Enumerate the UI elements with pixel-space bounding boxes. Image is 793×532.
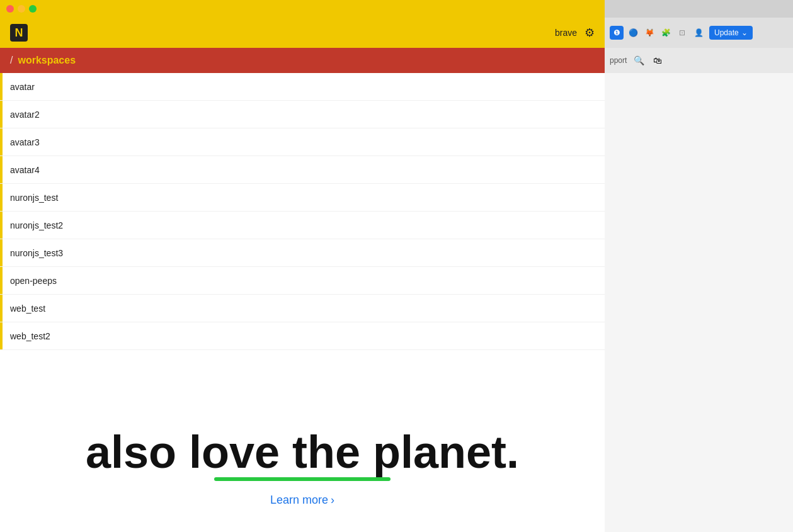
titlebar	[0, 0, 605, 18]
dropdown-icon: ⌄	[741, 28, 748, 37]
workspace-dropdown: avataravatar2avatar3avatar4nuronjs_testn…	[0, 73, 605, 350]
maximize-button[interactable]	[29, 5, 37, 13]
workspace-item-avatar2[interactable]: avatar2	[0, 101, 605, 128]
workspace-item-nuronjs_test2[interactable]: nuronjs_test2	[0, 212, 605, 239]
username-label: brave	[555, 28, 577, 38]
traffic-lights	[6, 5, 37, 13]
workspace-item-web_test2[interactable]: web_test2	[0, 322, 605, 350]
close-button[interactable]	[6, 5, 14, 13]
workspace-item-web_test[interactable]: web_test	[0, 295, 605, 322]
browser-support-text: pport	[610, 56, 627, 65]
browser-content-area	[605, 73, 793, 532]
workspace-item-avatar[interactable]: avatar	[0, 73, 605, 101]
workspace-item-open-peeps[interactable]: open-peeps	[0, 267, 605, 295]
learn-more-chevron: ›	[331, 494, 334, 507]
hero-big-text: also love the planet.	[86, 429, 519, 475]
app-logo: N	[10, 24, 28, 42]
browser-second-row: pport 🔍 🛍	[605, 48, 793, 73]
ext-icon-6[interactable]: 👤	[692, 26, 705, 40]
workspace-list: avataravatar2avatar3avatar4nuronjs_testn…	[0, 73, 605, 350]
hero-text-area: also love the planet. Learn more ›	[0, 368, 605, 532]
app-header: N brave ⚙	[0, 18, 605, 48]
browser-chrome: ❶ 🔵 🦊 🧩 ⊡ 👤 Update ⌄ pport 🔍 🛍	[605, 0, 793, 532]
header-right: brave ⚙	[555, 26, 595, 40]
ext-icon-2[interactable]: 🔵	[626, 26, 640, 40]
breadcrumb-workspaces[interactable]: workspaces	[18, 55, 76, 66]
learn-more-label: Learn more	[270, 494, 328, 507]
logo-letter: N	[15, 26, 23, 40]
workspace-item-nuronjs_test[interactable]: nuronjs_test	[0, 184, 605, 212]
workspace-item-nuronjs_test3[interactable]: nuronjs_test3	[0, 239, 605, 267]
learn-more-link[interactable]: Learn more ›	[270, 494, 334, 507]
update-button[interactable]: Update ⌄	[709, 26, 753, 40]
breadcrumb-slash: /	[10, 55, 13, 66]
browser-titlebar	[605, 0, 793, 18]
workspace-item-avatar3[interactable]: avatar3	[0, 128, 605, 156]
workspace-item-avatar4[interactable]: avatar4	[0, 156, 605, 184]
search-icon[interactable]: 🔍	[632, 54, 646, 67]
ext-icon-4[interactable]: 🧩	[659, 26, 673, 40]
ext-icon-3[interactable]: 🦊	[642, 26, 656, 40]
update-button-label: Update	[714, 28, 739, 37]
shopping-bag-icon[interactable]: 🛍	[651, 54, 665, 67]
browser-toolbar: ❶ 🔵 🦊 🧩 ⊡ 👤 Update ⌄	[605, 18, 793, 48]
minimize-button[interactable]	[18, 5, 25, 13]
hero-underline	[214, 477, 391, 481]
breadcrumb-bar: / workspaces	[0, 48, 605, 73]
browser-ext-icons: ❶ 🔵 🦊 🧩 ⊡ 👤	[610, 26, 705, 40]
ext-icon-1[interactable]: ❶	[610, 26, 624, 40]
gear-icon[interactable]: ⚙	[585, 26, 595, 40]
ext-icon-5[interactable]: ⊡	[675, 26, 689, 40]
